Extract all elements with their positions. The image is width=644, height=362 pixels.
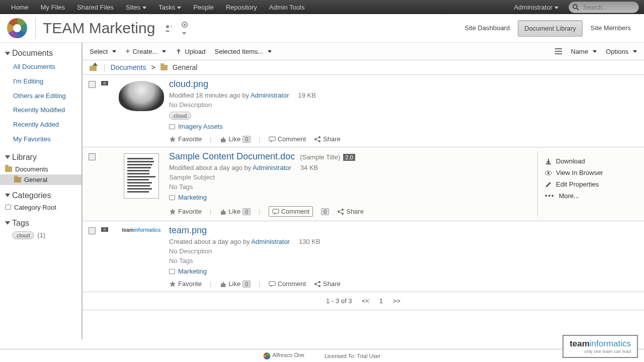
search-input[interactable] bbox=[583, 4, 632, 11]
content-area: Select +Create... Upload Selected Items.… bbox=[83, 43, 644, 339]
document-title[interactable]: Sample Content Document.doc bbox=[169, 151, 295, 161]
tree-item-general[interactable]: General bbox=[0, 174, 82, 185]
version-badge: 2.0 bbox=[343, 154, 355, 161]
sidebar-item-i-m-editing[interactable]: I'm Editing bbox=[0, 74, 82, 89]
camera-icon[interactable] bbox=[101, 226, 109, 288]
row-checkbox[interactable] bbox=[89, 153, 96, 160]
create-button[interactable]: +Create... bbox=[125, 47, 166, 56]
chevron-down-icon bbox=[142, 7, 146, 9]
download-action[interactable]: Download bbox=[545, 155, 631, 167]
sort-button[interactable]: Name bbox=[571, 48, 597, 55]
sidebar-section-categories[interactable]: Categories bbox=[0, 189, 82, 202]
selected-items-button[interactable]: Selected Items... bbox=[215, 48, 272, 55]
document-body: team.pngCreated about a day ago by Admin… bbox=[169, 225, 638, 288]
category-name[interactable]: Marketing bbox=[178, 267, 207, 275]
category-row: Imagery Assets bbox=[169, 123, 638, 130]
select-button[interactable]: Select bbox=[90, 48, 116, 55]
tab-site-members[interactable]: Site Members bbox=[585, 20, 637, 37]
nav-item-sites[interactable]: Sites bbox=[120, 1, 152, 14]
sidebar-section-library[interactable]: Library bbox=[0, 151, 82, 164]
sidebar-item-all-documents[interactable]: All Documents bbox=[0, 60, 82, 74]
comment-count: 0 bbox=[321, 208, 329, 215]
category-row: Marketing bbox=[169, 194, 537, 201]
view-mode-button[interactable] bbox=[555, 48, 562, 54]
share-icon bbox=[314, 136, 321, 143]
svg-rect-19 bbox=[273, 209, 279, 213]
svg-rect-7 bbox=[555, 51, 562, 52]
category-name[interactable]: Marketing bbox=[178, 194, 207, 201]
edit-properties-action[interactable]: Edit Properties bbox=[545, 178, 631, 190]
sidebar-section-documents[interactable]: Documents bbox=[0, 47, 82, 60]
page-current[interactable]: 1 bbox=[379, 297, 383, 305]
nav-item-shared-files[interactable]: Shared Files bbox=[71, 1, 120, 14]
page-prev[interactable]: << bbox=[362, 297, 369, 305]
camera-icon[interactable] bbox=[101, 80, 109, 143]
view-browser-action[interactable]: View In Browser bbox=[545, 167, 631, 178]
nav-item-people[interactable]: People bbox=[187, 1, 219, 14]
meta-user-link[interactable]: Administrator bbox=[251, 238, 290, 245]
tag-chip[interactable]: cloud bbox=[169, 112, 191, 120]
tab-site-dashboard[interactable]: Site Dashboard bbox=[459, 20, 516, 37]
tag-item[interactable]: cloud (1) bbox=[0, 230, 82, 241]
sidebar-item-others-are-editing[interactable]: Others are Editing bbox=[0, 89, 82, 104]
nav-item-home[interactable]: Home bbox=[5, 1, 35, 14]
svg-point-0 bbox=[573, 5, 577, 9]
gear-icon[interactable] bbox=[180, 20, 189, 37]
page-next[interactable]: >> bbox=[393, 297, 400, 305]
svg-line-16 bbox=[316, 137, 319, 139]
nav-item-admin-tools[interactable]: Admin Tools bbox=[263, 1, 311, 14]
tab-document-library[interactable]: Document Library bbox=[518, 20, 583, 37]
sidebar-item-recently-modified[interactable]: Recently Modified bbox=[0, 103, 82, 118]
search-box[interactable] bbox=[569, 2, 639, 13]
row-checkbox[interactable] bbox=[89, 81, 96, 88]
upload-button[interactable]: Upload bbox=[175, 48, 205, 55]
favorite-action[interactable]: Favorite bbox=[169, 280, 202, 288]
more-action[interactable]: •••More... bbox=[545, 190, 631, 202]
site-title: TEAM Marketing bbox=[43, 20, 155, 37]
document-title[interactable]: cloud.png bbox=[169, 79, 208, 89]
sidebar-item-recently-added[interactable]: Recently Added bbox=[0, 118, 82, 132]
chevron-down-icon bbox=[5, 155, 10, 159]
tree-item-category-root[interactable]: Category Root bbox=[0, 202, 82, 213]
thumbnail[interactable] bbox=[114, 151, 169, 217]
pencil-icon bbox=[545, 181, 552, 188]
like-action[interactable]: Like 0 bbox=[219, 208, 251, 215]
sidebar-section-tags[interactable]: Tags bbox=[0, 217, 82, 230]
tree-item-documents[interactable]: Documents bbox=[0, 164, 82, 174]
comment-icon bbox=[269, 136, 276, 142]
nav-item-my-files[interactable]: My Files bbox=[35, 1, 71, 14]
thumbnail[interactable] bbox=[114, 79, 169, 143]
meta-user-link[interactable]: Administrator bbox=[253, 164, 291, 171]
row-checkbox[interactable] bbox=[89, 227, 96, 234]
upload-icon bbox=[175, 48, 182, 55]
document-title[interactable]: team.png bbox=[169, 225, 207, 235]
share-icon bbox=[337, 208, 344, 215]
user-menu[interactable]: Administrator bbox=[508, 1, 565, 14]
favorite-action[interactable]: Favorite bbox=[169, 208, 202, 215]
comment-action[interactable]: Comment bbox=[269, 135, 306, 143]
meta-user-link[interactable]: Administrator bbox=[251, 92, 289, 99]
share-action[interactable]: Share bbox=[337, 208, 364, 215]
thumbnail[interactable]: teaminformatics bbox=[114, 225, 169, 288]
sidebar-item-my-favorites[interactable]: My Favorites bbox=[0, 132, 82, 147]
svg-point-28 bbox=[103, 228, 106, 231]
like-action[interactable]: Like 0 bbox=[219, 135, 251, 143]
share-action[interactable]: Share bbox=[314, 280, 341, 288]
nav-item-tasks[interactable]: Tasks bbox=[152, 1, 187, 14]
user-add-icon[interactable]: + bbox=[164, 24, 173, 33]
camera-icon bbox=[101, 152, 109, 217]
comment-action[interactable]: Comment bbox=[269, 206, 313, 217]
share-action[interactable]: Share bbox=[314, 135, 341, 143]
category-name[interactable]: Imagery Assets bbox=[178, 123, 223, 130]
nav-item-repository[interactable]: Repository bbox=[220, 1, 263, 14]
svg-rect-30 bbox=[269, 282, 275, 286]
favorite-action[interactable]: Favorite bbox=[169, 135, 202, 143]
list-icon bbox=[555, 48, 562, 54]
folder-up-icon[interactable] bbox=[90, 64, 99, 71]
like-action[interactable]: Like 0 bbox=[219, 280, 251, 288]
options-button[interactable]: Options bbox=[606, 48, 637, 55]
row-actions: Favorite|Like 0|CommentShare bbox=[169, 135, 638, 143]
comment-action[interactable]: Comment bbox=[269, 280, 306, 288]
breadcrumb-root[interactable]: Documents bbox=[111, 63, 146, 71]
download-icon bbox=[545, 158, 552, 165]
